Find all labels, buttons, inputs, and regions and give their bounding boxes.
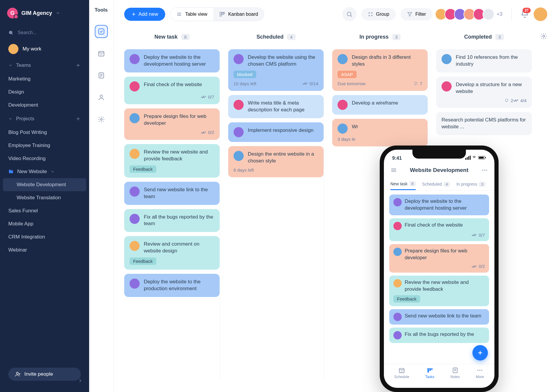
- more-members[interactable]: +3: [497, 11, 502, 17]
- svg-rect-41: [485, 157, 486, 158]
- kanban-column: Develop the website using the chosen CMS…: [228, 49, 324, 380]
- task-card[interactable]: Send new website link to the team: [124, 182, 220, 205]
- sidebar-item-project[interactable]: Blog Post Writing: [0, 126, 89, 139]
- menu-icon[interactable]: [390, 167, 397, 173]
- sidebar-item-project[interactable]: Sales Funnel: [0, 204, 89, 217]
- search-button[interactable]: [342, 7, 357, 21]
- sidebar-item-team[interactable]: Development: [0, 99, 89, 112]
- task-card[interactable]: Develop the website using the chosen CMS…: [228, 49, 324, 91]
- svg-rect-55: [431, 368, 432, 370]
- search-row[interactable]: [0, 26, 89, 40]
- sidebar-collapse-button[interactable]: [76, 377, 84, 385]
- phone-nav-more[interactable]: More: [476, 367, 484, 379]
- mywork-label: My work: [23, 46, 41, 52]
- sidebar-item-team[interactable]: Marketing: [0, 72, 89, 86]
- assignee-avatar: [234, 127, 244, 137]
- chevron-right-icon: [78, 378, 83, 383]
- task-card[interactable]: Final check of the website0/7: [124, 77, 220, 105]
- sidebar-item-mywork[interactable]: My work: [0, 40, 89, 58]
- assignee-avatar: [130, 279, 140, 289]
- assignee-avatar: [393, 313, 402, 321]
- sidebar-item-team[interactable]: Design: [0, 86, 89, 99]
- filter-button[interactable]: Filter: [401, 8, 433, 20]
- task-card[interactable]: Research potential CMS platforms for web…: [436, 112, 532, 135]
- toolsbar-label: Tools: [94, 7, 108, 13]
- sidebar-item-project[interactable]: CRM Integration: [0, 230, 89, 244]
- checklist-count: 0/2: [201, 130, 214, 135]
- task-card[interactable]: Design drafts in 3 different stylesASAPD…: [332, 49, 428, 91]
- assignee-avatar: [393, 279, 402, 287]
- phone-tab[interactable]: Scheduled 4: [422, 178, 450, 190]
- task-card[interactable]: Design the entire website in a chosen st…: [228, 146, 324, 177]
- notifications-button[interactable]: 27: [521, 10, 529, 19]
- task-title: Deploy the website to the development ho…: [405, 198, 485, 212]
- sidebar-item-project[interactable]: Employee Training: [0, 139, 89, 152]
- workspace-switcher[interactable]: G GIM Agency: [0, 5, 89, 26]
- phone-tab[interactable]: New task 8: [390, 178, 416, 190]
- task-card[interactable]: Prepare design files for web developer0/…: [389, 244, 489, 272]
- section-teams[interactable]: Teams: [0, 58, 89, 72]
- search-input[interactable]: [18, 30, 81, 35]
- svg-rect-26: [223, 12, 224, 14]
- tool-calendar[interactable]: 31: [95, 47, 108, 60]
- task-card[interactable]: Fix all the bugs reported by the team: [124, 209, 220, 232]
- task-tag: Feedback: [393, 295, 420, 303]
- kanban-icon: [427, 367, 433, 374]
- phone-nav-notes[interactable]: Notes: [450, 367, 460, 379]
- svg-line-1: [12, 34, 13, 34]
- sidebar-item-project[interactable]: Webinar: [0, 244, 89, 257]
- more-icon[interactable]: [481, 167, 488, 173]
- user-avatar[interactable]: [534, 7, 547, 21]
- phone-add-fab[interactable]: [472, 345, 488, 361]
- plus-icon[interactable]: [75, 116, 81, 121]
- sidebar-item-project[interactable]: Mobile App: [0, 217, 89, 230]
- tool-settings[interactable]: [95, 113, 108, 126]
- svg-rect-53: [427, 368, 429, 373]
- board-settings-button[interactable]: [540, 33, 547, 41]
- task-card[interactable]: Write meta title & meta description for …: [228, 95, 324, 118]
- task-title: Deploy the website to the production env…: [144, 279, 214, 292]
- due-text: 10 days left: [234, 81, 256, 86]
- task-card[interactable]: Wr3 days le: [332, 119, 428, 146]
- plus-icon: [477, 350, 483, 356]
- task-title: Prepare design files for web developer: [405, 248, 485, 261]
- task-card[interactable]: Develop a structure for a new website24/…: [436, 77, 532, 108]
- avatar: [483, 8, 494, 20]
- task-card[interactable]: Prepare design files for web developer0/…: [124, 108, 220, 140]
- phone-screen: 9:41 Website Development New task 8 Sche…: [384, 150, 494, 388]
- checklist-count: 0/7: [472, 233, 485, 238]
- task-card[interactable]: Implement responsive design: [228, 122, 324, 142]
- group-button[interactable]: Group: [361, 8, 396, 20]
- sidebar-item-project-expanded[interactable]: New Website: [0, 165, 89, 178]
- tool-tasks[interactable]: [95, 25, 108, 38]
- svg-point-46: [484, 170, 485, 171]
- phone-tab[interactable]: In progress 3: [456, 178, 485, 190]
- tool-notes[interactable]: [95, 69, 108, 82]
- member-avatars[interactable]: +3: [437, 8, 502, 20]
- task-card[interactable]: Develop a wireframe: [332, 95, 428, 115]
- section-projects[interactable]: Projects: [0, 112, 89, 126]
- phone-nav-schedule[interactable]: 13 Schedule: [394, 367, 409, 379]
- invite-people-button[interactable]: Invite people: [8, 368, 81, 381]
- view-kanban-button[interactable]: Kanban board: [213, 8, 264, 21]
- task-card[interactable]: Deploy the website to the development ho…: [389, 195, 489, 215]
- svg-point-45: [482, 170, 483, 171]
- add-new-button[interactable]: Add new: [124, 8, 165, 21]
- task-card[interactable]: Deploy the website to the development ho…: [124, 49, 220, 72]
- sidebar-item-subproject[interactable]: Website Translation: [0, 191, 89, 204]
- task-card[interactable]: Final check of the website0/7: [389, 218, 489, 241]
- sidebar-item-subproject-active[interactable]: Website Development: [3, 178, 86, 191]
- task-card[interactable]: Review the new website and provide feedb…: [389, 276, 489, 306]
- task-card[interactable]: Fix all the bugs reported by the: [389, 328, 489, 343]
- view-table-button[interactable]: Table view: [170, 8, 213, 21]
- task-card[interactable]: Review and comment on website designFeed…: [124, 236, 220, 270]
- tool-people[interactable]: [95, 91, 108, 104]
- phone-nav-tasks[interactable]: Tasks: [425, 367, 434, 379]
- task-card[interactable]: Send new website link to the team: [389, 309, 489, 325]
- assignee-avatar: [393, 248, 402, 256]
- task-card[interactable]: Deploy the website to the production env…: [124, 274, 220, 297]
- plus-icon[interactable]: [75, 63, 81, 68]
- sidebar-item-project[interactable]: Video Recording: [0, 152, 89, 165]
- task-card[interactable]: Review the new website and provide feedb…: [124, 144, 220, 178]
- task-card[interactable]: Find 10 references from the industry: [436, 49, 532, 72]
